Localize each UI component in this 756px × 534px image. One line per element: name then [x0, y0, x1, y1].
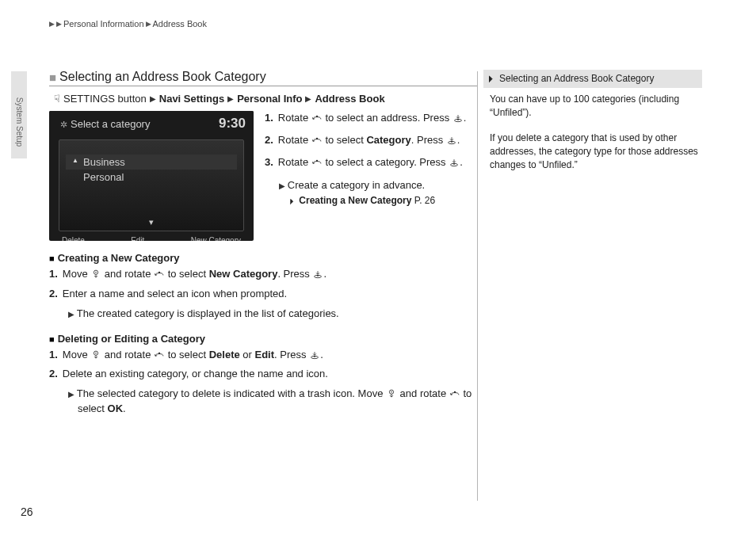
chevron-icon: ▶	[279, 181, 288, 190]
rotate-icon	[311, 158, 323, 167]
chevron-down-icon: ▾	[149, 217, 154, 227]
breadcrumb: ▶ ▶ Personal Information ▶ Address Book	[49, 19, 207, 29]
rotate-icon	[154, 350, 165, 360]
screen-time: 9:30	[219, 116, 246, 132]
body-text: Move and rotate to select Delete or Edit…	[63, 348, 323, 363]
path-seg: Personal Info	[237, 93, 302, 105]
screen-list-item: Business	[66, 154, 237, 170]
chevron-icon: ▶	[49, 20, 55, 28]
path-seg: Navi Settings	[159, 93, 224, 105]
side-paragraph: If you delete a category that is used by…	[483, 127, 702, 171]
device-screenshot: ✲Select a category 9:30 Business Persona…	[49, 111, 254, 241]
section-title: Selecting an Address Book Category	[59, 70, 266, 84]
rotate-icon	[154, 269, 165, 279]
section-header: ■ Selecting an Address Book Category	[49, 70, 477, 86]
note: ▶ The created category is displayed in t…	[68, 307, 477, 322]
move-icon	[90, 269, 101, 279]
square-icon: ■	[49, 254, 55, 263]
press-icon	[309, 350, 320, 360]
sun-icon: ✲	[60, 120, 67, 129]
chevron-icon: ▶	[146, 20, 151, 28]
rotate-icon	[449, 389, 460, 399]
press-icon	[449, 158, 460, 167]
sub-heading: ■Creating a New Category	[49, 252, 477, 264]
step-text: Rotate to select Category. Press .	[278, 133, 467, 147]
note: ▶ The selected category to delete is ind…	[68, 387, 477, 417]
side-tab: System Setup	[11, 71, 27, 158]
cross-ref: ⏵ Creating a New Category P. 26	[288, 194, 466, 208]
screen-title: Select a category	[71, 118, 150, 130]
screen-btn: Edit	[131, 236, 144, 241]
divider	[477, 71, 478, 501]
side-column: ⏵Selecting an Address Book Category You …	[483, 70, 702, 172]
move-icon	[386, 389, 397, 399]
path-seg: Address Book	[315, 93, 384, 105]
breadcrumb-seg: Personal Information	[63, 19, 144, 29]
screen-btn: Delete	[62, 236, 85, 241]
chevron-icon: ▶	[56, 20, 62, 28]
main-content: ■ Selecting an Address Book Category ☟ S…	[49, 70, 477, 420]
ref-icon: ⏵	[288, 196, 296, 205]
step-text: Rotate to select a category. Press .	[278, 155, 467, 170]
side-paragraph: You can have up to 100 categories (inclu…	[483, 88, 702, 120]
breadcrumb-seg: Address Book	[153, 19, 207, 29]
chevron-icon: ▶	[150, 94, 156, 103]
screen-btn: New Category	[191, 236, 241, 241]
move-icon	[90, 350, 101, 360]
square-icon: ■	[49, 71, 56, 84]
body-text: Enter a name and select an icon when pro…	[63, 287, 287, 302]
path-seg: SETTINGS button	[63, 93, 147, 105]
press-icon	[446, 135, 457, 145]
press-icon	[312, 269, 323, 279]
body-text: Move and rotate to select New Category. …	[63, 267, 326, 282]
square-icon: ■	[49, 334, 55, 344]
settings-icon: ☟	[54, 93, 60, 105]
rotate-icon	[311, 135, 323, 145]
note: ▶ Create a category in advance.	[279, 178, 466, 193]
side-header: ⏵Selecting an Address Book Category	[483, 70, 702, 88]
chevron-icon: ▶	[227, 94, 234, 103]
press-icon	[452, 113, 464, 123]
step-text: Rotate to select an address. Press .	[278, 111, 467, 125]
nav-path: ☟ SETTINGS button ▶ Navi Settings ▶ Pers…	[54, 93, 477, 105]
screen-list-item: Personal	[59, 170, 243, 185]
step-list: 1. Rotate to select an address. Press . …	[265, 111, 466, 208]
side-tab-label: System Setup	[15, 97, 24, 147]
body-text: Delete an existing category, or change t…	[63, 367, 328, 382]
ref-icon: ⏵	[487, 72, 496, 86]
page-number: 26	[21, 505, 33, 518]
rotate-icon	[311, 113, 323, 123]
sub-heading: ■Deleting or Editing a Category	[49, 333, 477, 345]
chevron-icon: ▶	[305, 94, 311, 103]
